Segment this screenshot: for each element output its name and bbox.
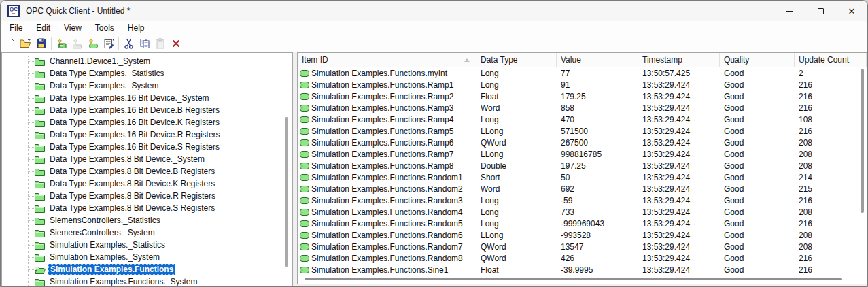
- tree-item[interactable]: SiemensControllers._Statistics: [2, 214, 292, 226]
- paste-icon: [155, 38, 165, 49]
- tree-item[interactable]: Channel1.Device1._System: [2, 55, 292, 67]
- tree-item[interactable]: Data Type Examples._Statistics: [2, 67, 292, 80]
- cell-data-type: LLong: [476, 125, 557, 137]
- cell-quality: Good: [720, 90, 795, 102]
- table-row[interactable]: Simulation Examples.Functions.Ramp3 Word…: [298, 102, 867, 114]
- table-horizontal-scrollbar-thumb[interactable]: [305, 278, 842, 280]
- table-row[interactable]: Simulation Examples.Functions.Random6 LL…: [298, 229, 867, 241]
- column-header-quality[interactable]: Quality: [720, 53, 795, 67]
- menu-view[interactable]: View: [57, 22, 88, 34]
- column-header-data-type[interactable]: Data Type: [476, 53, 557, 67]
- tree-item[interactable]: Data Type Examples.16 Bit Device.R Regis…: [2, 129, 292, 141]
- table-row[interactable]: Simulation Examples.Functions.Random3 Lo…: [298, 195, 867, 206]
- tree-item[interactable]: Simulation Examples.Functions: [2, 263, 292, 275]
- cut-button[interactable]: [121, 36, 137, 51]
- cell-item-id: Simulation Examples.Functions.Ramp4: [298, 114, 476, 125]
- table-row[interactable]: Simulation Examples.Functions.Ramp6 QWor…: [298, 137, 867, 148]
- cell-data-type: Long: [476, 67, 557, 79]
- table-row[interactable]: Simulation Examples.Functions.Random2 Wo…: [298, 183, 867, 195]
- properties-button[interactable]: [101, 36, 116, 51]
- item-tag-icon: [300, 232, 309, 239]
- new-item-button[interactable]: [85, 36, 101, 51]
- minimize-button[interactable]: [774, 1, 805, 21]
- tree-item[interactable]: Data Type Examples.8 Bit Device.S Regist…: [2, 202, 292, 214]
- column-header-timestamp[interactable]: Timestamp: [638, 53, 720, 67]
- tree-item[interactable]: Simulation Examples._Statistics: [2, 239, 292, 251]
- menu-help[interactable]: Help: [121, 22, 152, 34]
- table-row[interactable]: Simulation Examples.Functions.Random8 QW…: [298, 252, 867, 264]
- table-row[interactable]: Simulation Examples.Functions.Sine1 Floa…: [298, 264, 867, 275]
- folder-icon: [35, 155, 45, 164]
- table-row[interactable]: Simulation Examples.Functions.Ramp2 Floa…: [298, 90, 867, 102]
- close-button[interactable]: ✕: [836, 1, 867, 21]
- tree-item[interactable]: Data Type Examples.16 Bit Device._System: [2, 92, 292, 104]
- table-row[interactable]: Simulation Examples.Functions.Random5 Lo…: [298, 218, 867, 229]
- cell-value: 426: [557, 252, 638, 264]
- tree-connector: [28, 257, 34, 258]
- tree-item[interactable]: Data Type Examples.8 Bit Device.K Regist…: [2, 178, 292, 190]
- sort-ascending-icon: [464, 58, 470, 62]
- cell-value: 571500: [557, 125, 638, 137]
- open-file-button[interactable]: [18, 36, 33, 51]
- cell-data-type: QWord: [476, 241, 557, 252]
- cell-item-id: Simulation Examples.Functions.Random6: [298, 229, 476, 241]
- tree-item[interactable]: SiemensControllers._System: [2, 226, 292, 239]
- cell-data-type: Float: [476, 264, 557, 275]
- tree-item[interactable]: Data Type Examples.8 Bit Device.R Regist…: [2, 190, 292, 202]
- tree-item-label: Simulation Examples._Statistics: [48, 239, 167, 250]
- cell-value: 13547: [557, 241, 638, 252]
- cell-item-id: Simulation Examples.Functions.Random5: [298, 218, 476, 229]
- table-row[interactable]: Simulation Examples.Functions.myInt Long…: [298, 67, 867, 79]
- tree-item[interactable]: Simulation Examples.Functions._System: [2, 275, 292, 287]
- cell-data-type: LLong: [476, 229, 557, 241]
- tree-item[interactable]: Data Type Examples.8 Bit Device._System: [2, 153, 292, 165]
- tree-item[interactable]: Data Type Examples._System: [2, 80, 292, 92]
- column-header-update-count[interactable]: Update Count: [795, 53, 867, 67]
- tree-item[interactable]: Data Type Examples.16 Bit Device.K Regis…: [2, 116, 292, 129]
- cell-value: -993528: [557, 229, 638, 241]
- save-file-button[interactable]: [33, 36, 49, 51]
- table-vertical-scrollbar-thumb[interactable]: [861, 69, 864, 213]
- cell-quality: Good: [720, 125, 795, 137]
- cell-quality: Good: [720, 148, 795, 160]
- column-header-item-id[interactable]: Item ID: [298, 53, 476, 67]
- menu-tools[interactable]: Tools: [88, 22, 121, 34]
- new-file-button[interactable]: [2, 36, 18, 51]
- tree-item[interactable]: Data Type Examples.16 Bit Device.B Regis…: [2, 104, 292, 116]
- table-row[interactable]: Simulation Examples.Functions.Random4 Lo…: [298, 206, 867, 218]
- tree-item-label: SiemensControllers._Statistics: [48, 215, 162, 226]
- menu-bar: FileEditViewToolsHelp: [1, 21, 867, 35]
- maximize-button[interactable]: [805, 1, 836, 21]
- menu-file[interactable]: File: [3, 22, 29, 34]
- folder-icon: [35, 106, 45, 115]
- tree-item[interactable]: Data Type Examples.16 Bit Device.S Regis…: [2, 141, 292, 153]
- delete-button[interactable]: [168, 36, 184, 51]
- copy-button[interactable]: [137, 36, 152, 51]
- tree-scrollbar-thumb[interactable]: [285, 117, 288, 267]
- table-row[interactable]: Simulation Examples.Functions.Ramp7 LLon…: [298, 148, 867, 160]
- new-server-connection-button[interactable]: [54, 36, 69, 51]
- server-tree-pane[interactable]: Channel1.Device1._System Data Type Examp…: [1, 52, 293, 287]
- cell-value: 77: [557, 67, 638, 79]
- cell-quality: Good: [720, 137, 795, 148]
- tree-connector: [28, 184, 34, 184]
- window-controls: ✕: [774, 1, 867, 21]
- table-row[interactable]: Simulation Examples.Functions.Ramp5 LLon…: [298, 125, 867, 137]
- table-row[interactable]: Simulation Examples.Functions.Ramp1 Long…: [298, 79, 867, 90]
- item-tag-icon: [300, 70, 309, 77]
- column-header-value[interactable]: Value: [557, 53, 638, 67]
- table-row[interactable]: Simulation Examples.Functions.Ramp4 Long…: [298, 114, 867, 125]
- cell-update-count: 2: [795, 67, 867, 79]
- cell-timestamp: 13:53:29.424: [638, 137, 720, 148]
- cell-value: 91: [557, 79, 638, 90]
- table-header-row: Item ID Data Type Value Timestamp Qualit…: [298, 53, 867, 67]
- tree-connector: [28, 135, 34, 135]
- tree-item[interactable]: Data Type Examples.8 Bit Device.B Regist…: [2, 165, 292, 178]
- table-row[interactable]: Simulation Examples.Functions.Random1 Sh…: [298, 171, 867, 183]
- table-row[interactable]: Simulation Examples.Functions.Ramp8 Doub…: [298, 160, 867, 171]
- table-row[interactable]: Simulation Examples.Functions.Random7 QW…: [298, 241, 867, 252]
- menu-edit[interactable]: Edit: [29, 22, 57, 34]
- item-tag-icon: [300, 197, 309, 204]
- item-tag-icon: [300, 209, 309, 216]
- tree-item[interactable]: Simulation Examples._System: [2, 251, 292, 263]
